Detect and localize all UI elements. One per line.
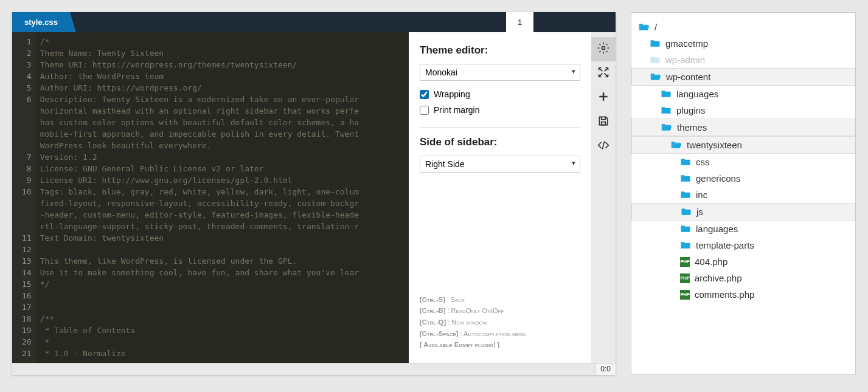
status-bar: 0:0 bbox=[12, 363, 616, 375]
theme-select[interactable]: Monokai bbox=[420, 64, 580, 81]
tree-item--[interactable]: / bbox=[631, 19, 855, 35]
tree-label: wp-admin bbox=[665, 55, 705, 65]
code-icon bbox=[597, 139, 609, 154]
tab-bar: style.css 1 bbox=[12, 12, 616, 32]
tree-label: comments.php bbox=[695, 289, 754, 300]
tree-item-wp-content[interactable]: wp-content bbox=[631, 68, 855, 86]
tree-item-js[interactable]: js bbox=[631, 203, 855, 221]
cursor-line-indicator: 1 bbox=[506, 12, 533, 32]
tree-label: plugins bbox=[676, 105, 706, 115]
tree-item-twentysixteen[interactable]: twentysixteen bbox=[631, 136, 855, 154]
tree-item-comments-php[interactable]: PHPcomments.php bbox=[631, 286, 855, 303]
settings-button[interactable] bbox=[591, 37, 616, 61]
wrapping-checkbox-row[interactable]: Wrapping bbox=[420, 89, 580, 99]
tree-item-themes[interactable]: themes bbox=[631, 119, 855, 136]
file-tree: /gmacetmpwp-adminwp-contentlanguagesplug… bbox=[631, 19, 855, 303]
tree-label: archive.php bbox=[695, 273, 742, 283]
svg-point-0 bbox=[602, 47, 605, 50]
tree-label: themes bbox=[677, 122, 707, 132]
tree-label: / bbox=[654, 22, 657, 32]
tree-label: languages bbox=[696, 224, 738, 234]
divider bbox=[420, 127, 580, 128]
tree-label: css bbox=[696, 157, 710, 167]
code-area[interactable]: 123456 78910 1112131415161718192021 /* T… bbox=[12, 32, 409, 363]
sidebar-heading: Side of sidebar: bbox=[420, 136, 580, 148]
php-icon: PHP bbox=[680, 290, 690, 300]
tree-label: 404.php bbox=[695, 256, 727, 267]
tree-item-archive-php[interactable]: PHParchive.php bbox=[631, 270, 855, 286]
theme-heading: Theme editor: bbox=[420, 44, 580, 57]
printmargin-checkbox-row[interactable]: Print margin bbox=[420, 105, 580, 115]
settings-panel: Theme editor: Monokai Wrapping Print mar… bbox=[409, 32, 591, 363]
tree-label: genericons bbox=[696, 173, 740, 184]
tree-label: inc bbox=[696, 190, 707, 200]
tree-label: template-parts bbox=[696, 240, 754, 250]
tree-item-gmacetmp[interactable]: gmacetmp bbox=[631, 35, 855, 52]
gear-icon bbox=[597, 42, 609, 57]
line-gutter: 123456 78910 1112131415161718192021 bbox=[12, 32, 36, 363]
fullscreen-button[interactable] bbox=[591, 61, 616, 86]
sidebar-side-select[interactable]: Right Side bbox=[420, 156, 580, 173]
app-root: style.css 1 123456 78910 111213141516171… bbox=[12, 12, 856, 375]
plus-icon bbox=[597, 91, 609, 105]
tree-label: gmacetmp bbox=[665, 38, 708, 49]
wrapping-checkbox[interactable] bbox=[420, 90, 429, 99]
tree-item-inc[interactable]: inc bbox=[631, 187, 855, 203]
printmargin-checkbox[interactable] bbox=[420, 106, 429, 115]
wrapping-label: Wrapping bbox=[434, 89, 470, 99]
status-position: 0:0 bbox=[595, 363, 616, 375]
tool-column bbox=[591, 32, 616, 363]
file-tab[interactable]: style.css bbox=[12, 12, 70, 32]
tree-item-plugins[interactable]: plugins bbox=[631, 102, 855, 119]
tree-label: js bbox=[696, 207, 703, 217]
tree-item-languages[interactable]: languages bbox=[631, 221, 855, 237]
php-icon: PHP bbox=[680, 273, 690, 283]
tree-item-404-php[interactable]: PHP404.php bbox=[631, 253, 855, 270]
tree-item-template-parts[interactable]: template-parts bbox=[631, 237, 855, 253]
tree-item-genericons[interactable]: genericons bbox=[631, 170, 855, 187]
code-content[interactable]: /* Theme Name: Twenty Sixteen Theme URI:… bbox=[36, 32, 409, 363]
new-button[interactable] bbox=[591, 86, 616, 110]
editor-body: 123456 78910 1112131415161718192021 /* T… bbox=[12, 32, 616, 363]
tree-label: twentysixteen bbox=[687, 140, 742, 150]
php-icon: PHP bbox=[680, 257, 690, 267]
save-button[interactable] bbox=[591, 110, 616, 134]
expand-icon bbox=[597, 66, 609, 81]
editor-panel: style.css 1 123456 78910 111213141516171… bbox=[12, 12, 616, 375]
save-icon bbox=[597, 115, 609, 129]
printmargin-label: Print margin bbox=[434, 105, 479, 115]
tree-label: languages bbox=[676, 89, 718, 99]
file-tree-panel[interactable]: /gmacetmpwp-adminwp-contentlanguagesplug… bbox=[631, 12, 856, 375]
tree-item-languages[interactable]: languages bbox=[631, 86, 855, 102]
code-button[interactable] bbox=[591, 134, 616, 159]
tree-item-css[interactable]: css bbox=[631, 154, 855, 170]
tree-label: wp-content bbox=[666, 72, 710, 82]
shortcuts-list: [Ctrl-S] : Save[Ctrl-B] : ReadOnly On\Of… bbox=[420, 294, 580, 351]
tree-item-wp-admin[interactable]: wp-admin bbox=[631, 52, 855, 68]
